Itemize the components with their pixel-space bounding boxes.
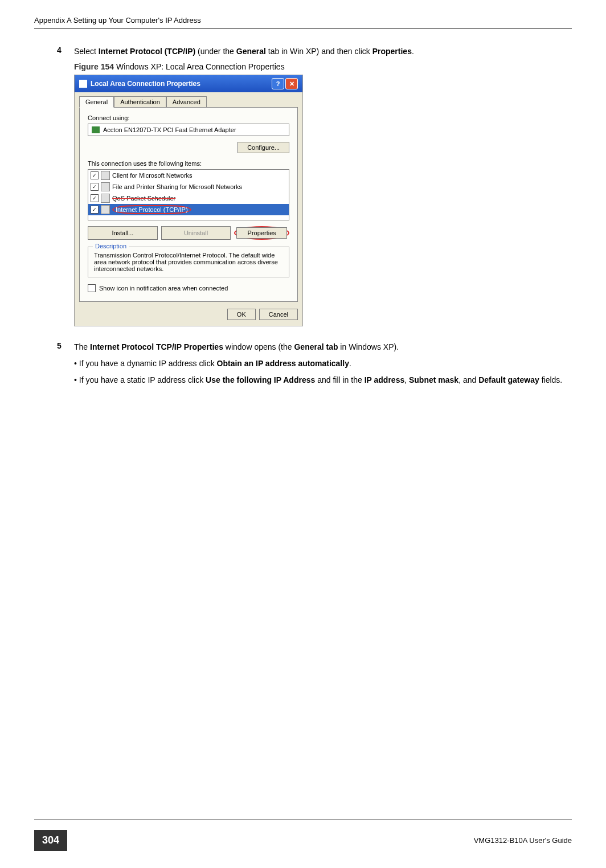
step-number: 4 bbox=[57, 46, 74, 58]
lan-properties-dialog: Local Area Connection Properties ? ✕ Gen… bbox=[74, 75, 303, 326]
bullet-list: • If you have a dynamic IP address click… bbox=[57, 358, 572, 386]
items-listbox[interactable]: ✓ Client for Microsoft Networks ✓ File a… bbox=[88, 169, 289, 220]
connect-using-label: Connect using: bbox=[88, 114, 289, 121]
adapter-name: Accton EN1207D-TX PCI Fast Ethernet Adap… bbox=[103, 126, 236, 133]
tab-panel: Connect using: Accton EN1207D-TX PCI Fas… bbox=[79, 107, 298, 302]
install-button[interactable]: Install... bbox=[88, 226, 158, 240]
nic-icon bbox=[92, 126, 100, 133]
tabs: General Authentication Advanced bbox=[75, 92, 302, 107]
header-title: Appendix A Setting up Your Computer's IP… bbox=[34, 16, 572, 28]
checkbox-checked-icon[interactable]: ✓ bbox=[91, 206, 99, 214]
annotation-circle: Internet Protocol (TCP/IP) bbox=[112, 205, 191, 214]
footer: 304 VMG1312-B10A User's Guide bbox=[34, 830, 572, 851]
adapter-field: Accton EN1207D-TX PCI Fast Ethernet Adap… bbox=[88, 124, 289, 136]
item-qos[interactable]: ✓ QoS Packet Scheduler bbox=[88, 193, 289, 204]
checkbox-unchecked-icon[interactable] bbox=[88, 284, 96, 292]
component-icon bbox=[101, 205, 110, 214]
component-icon bbox=[101, 171, 110, 180]
item-client[interactable]: ✓ Client for Microsoft Networks bbox=[88, 170, 289, 181]
show-icon-label: Show icon in notification area when conn… bbox=[99, 285, 228, 292]
item-tcpip[interactable]: ✓ Internet Protocol (TCP/IP) bbox=[88, 204, 289, 215]
item-fileprint[interactable]: ✓ File and Printer Sharing for Microsoft… bbox=[88, 181, 289, 193]
footer-rule bbox=[34, 820, 572, 820]
tab-advanced[interactable]: Advanced bbox=[166, 96, 207, 108]
tab-general[interactable]: General bbox=[79, 96, 114, 108]
checkbox-checked-icon[interactable]: ✓ bbox=[91, 171, 99, 179]
checkbox-checked-icon[interactable]: ✓ bbox=[91, 183, 99, 191]
annotation-circle: Properties bbox=[234, 226, 289, 240]
uninstall-button: Uninstall bbox=[161, 226, 231, 240]
close-button[interactable]: ✕ bbox=[285, 78, 298, 89]
cancel-button[interactable]: Cancel bbox=[259, 309, 298, 320]
window-icon bbox=[79, 80, 87, 88]
step-4: 4 Select Internet Protocol (TCP/IP) (und… bbox=[57, 46, 572, 58]
ok-button[interactable]: OK bbox=[227, 309, 256, 320]
tab-authentication[interactable]: Authentication bbox=[114, 96, 166, 108]
titlebar: Local Area Connection Properties ? ✕ bbox=[75, 75, 302, 92]
bullet-2: • If you have a static IP address click … bbox=[74, 374, 572, 386]
checkbox-checked-icon[interactable]: ✓ bbox=[91, 194, 99, 202]
figure-caption: Figure 154 Windows XP: Local Area Connec… bbox=[74, 62, 572, 71]
content-area: 4 Select Internet Protocol (TCP/IP) (und… bbox=[0, 28, 606, 386]
step-text: Select Internet Protocol (TCP/IP) (under… bbox=[74, 46, 414, 58]
dialog-title: Local Area Connection Properties bbox=[91, 80, 200, 88]
component-icon bbox=[101, 182, 110, 191]
step-5: 5 The Internet Protocol TCP/IP Propertie… bbox=[57, 341, 572, 353]
description-group: Description Transmission Control Protoco… bbox=[88, 247, 289, 277]
items-label: This connection uses the following items… bbox=[88, 160, 289, 167]
page-number: 304 bbox=[34, 830, 67, 851]
header: Appendix A Setting up Your Computer's IP… bbox=[34, 0, 572, 28]
configure-button[interactable]: Configure... bbox=[238, 142, 289, 153]
help-button[interactable]: ? bbox=[272, 78, 284, 89]
properties-button[interactable]: Properties bbox=[236, 227, 287, 239]
show-icon-row[interactable]: Show icon in notification area when conn… bbox=[88, 284, 289, 292]
guide-name: VMG1312-B10A User's Guide bbox=[474, 836, 572, 845]
component-icon bbox=[101, 194, 110, 203]
bullet-1: • If you have a dynamic IP address click… bbox=[74, 358, 572, 370]
description-label: Description bbox=[93, 243, 129, 249]
step-text: The Internet Protocol TCP/IP Properties … bbox=[74, 341, 399, 353]
step-number: 5 bbox=[57, 341, 74, 353]
description-text: Transmission Control Protocol/Internet P… bbox=[94, 252, 283, 272]
